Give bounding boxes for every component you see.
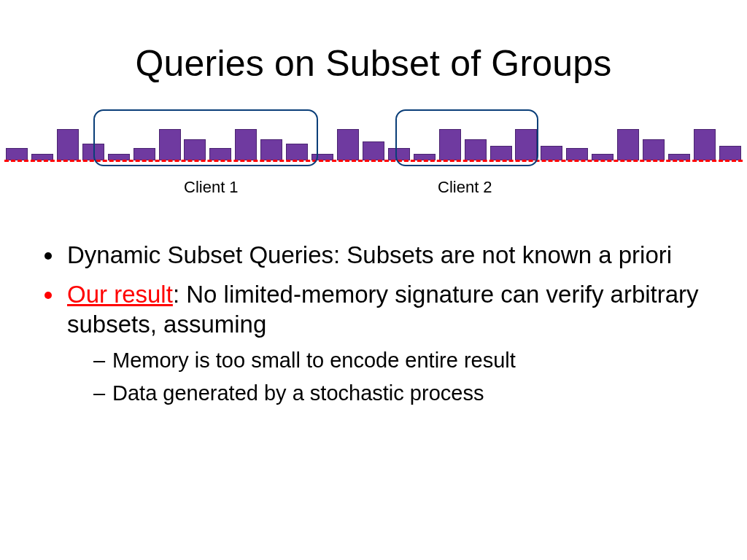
bar bbox=[541, 146, 562, 160]
sub-bullet-1: Memory is too small to encode entire res… bbox=[93, 346, 699, 375]
bullet-1-text: Dynamic Subset Queries: Subsets are not … bbox=[67, 241, 672, 268]
sub-bullet-1-text: Memory is too small to encode entire res… bbox=[112, 349, 516, 372]
sub-bullet-list: Memory is too small to encode entire res… bbox=[93, 346, 699, 408]
client-2-box bbox=[395, 109, 538, 166]
bullet-1: Dynamic Subset Queries: Subsets are not … bbox=[64, 241, 699, 270]
slide: Queries on Subset of Groups Client 1 Cli… bbox=[0, 0, 747, 560]
client-1-box bbox=[93, 109, 318, 166]
client-1-label: Client 1 bbox=[184, 178, 239, 197]
client-2-label: Client 2 bbox=[438, 178, 492, 197]
bullet-content: Dynamic Subset Queries: Subsets are not … bbox=[64, 241, 699, 418]
bar bbox=[694, 129, 716, 161]
sub-bullet-2: Data generated by a stochastic process bbox=[93, 379, 699, 408]
sub-bullet-2-text: Data generated by a stochastic process bbox=[112, 381, 484, 405]
bar bbox=[719, 146, 741, 160]
bar bbox=[6, 148, 28, 160]
bar bbox=[617, 129, 639, 161]
bullet-list: Dynamic Subset Queries: Subsets are not … bbox=[64, 241, 699, 408]
bar bbox=[643, 139, 665, 160]
bar bbox=[337, 129, 359, 161]
bullet-2-lead: Our result bbox=[67, 281, 173, 308]
bar bbox=[363, 141, 384, 160]
bullet-2: Our result: No limited-memory signature … bbox=[64, 280, 699, 408]
bar bbox=[57, 129, 79, 161]
slide-title: Queries on Subset of Groups bbox=[0, 0, 747, 85]
bar bbox=[566, 148, 588, 160]
